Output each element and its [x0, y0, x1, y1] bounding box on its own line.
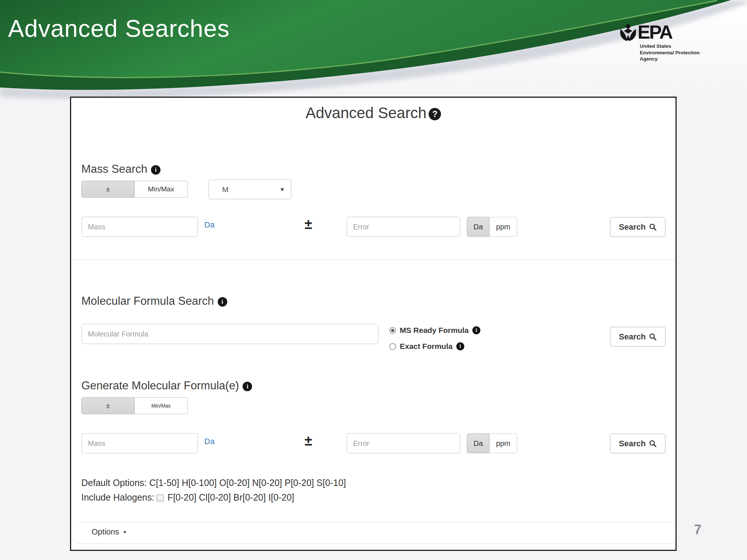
info-icon[interactable]: i: [456, 342, 464, 350]
error-unit-toggle: Da ppm: [467, 217, 517, 237]
help-icon[interactable]: ?: [429, 108, 441, 120]
generate-formula-heading-label: Generate Molecular Formula(e): [81, 379, 239, 392]
mass-input[interactable]: [81, 217, 198, 237]
generate-minmax-toggle-button[interactable]: Min/Max: [135, 397, 188, 414]
info-icon[interactable]: i: [243, 382, 252, 391]
epa-line2: Environmental Protection: [640, 50, 700, 56]
mass-da-unit-label: Da: [204, 220, 214, 230]
epa-logo: EPA United States Environmental Protecti…: [619, 23, 700, 62]
generate-mode-toggle: ± Min/Max: [81, 397, 188, 414]
mass-search-heading: Mass Search i: [81, 163, 160, 176]
slide-page-number: 7: [694, 522, 701, 537]
formula-search-button-label: Search: [619, 332, 646, 342]
generate-error-unit-toggle: Da ppm: [467, 433, 517, 453]
search-icon: [649, 440, 657, 447]
epa-line1: United States: [640, 43, 700, 50]
info-icon[interactable]: i: [472, 326, 480, 334]
advanced-search-panel: Advanced Search ? Mass Search i ± Min/Ma…: [70, 97, 677, 551]
halogens-text: F[0-20] Cl[0-20] Br[0-20] I[0-20]: [167, 492, 294, 502]
generate-pm-toggle-button[interactable]: ±: [81, 397, 135, 414]
epa-acronym: EPA: [638, 23, 672, 41]
chevron-down-icon: ▼: [279, 186, 285, 192]
page-title: Advanced Search: [306, 104, 427, 122]
mass-mode-toggle: ± Min/Max: [81, 181, 188, 198]
chevron-down-icon: ▾: [124, 529, 126, 535]
search-icon: [649, 333, 657, 341]
exact-formula-radio-label: Exact Formula: [400, 342, 453, 351]
mass-minmax-toggle-button[interactable]: Min/Max: [135, 181, 188, 198]
plus-minus-symbol: ±: [305, 217, 312, 232]
formula-search-heading: Molecular Formula Search i: [81, 295, 227, 308]
generate-da-unit-label: Da: [204, 437, 214, 446]
ms-ready-radio-label: MS Ready Formula: [400, 326, 469, 335]
search-icon: [649, 223, 657, 231]
error-input[interactable]: [347, 217, 460, 237]
generate-mass-input[interactable]: [81, 433, 198, 454]
section-divider: [71, 259, 676, 260]
mass-search-heading-label: Mass Search: [81, 163, 147, 176]
options-expander[interactable]: Options ▾: [92, 527, 126, 537]
mass-pm-toggle-button[interactable]: ±: [81, 181, 135, 198]
default-options-text: Default Options: C[1-50] H[0-100] O[0-20…: [81, 478, 346, 488]
generate-search-button[interactable]: Search: [610, 433, 666, 454]
generate-unit-da-button[interactable]: Da: [467, 433, 489, 453]
ms-ready-formula-radio-row[interactable]: MS Ready Formula i: [389, 326, 480, 335]
plus-minus-symbol: ±: [305, 433, 312, 449]
include-halogens-label: Include Halogens:: [81, 492, 154, 502]
formula-search-heading-label: Molecular Formula Search: [81, 295, 214, 308]
mass-type-dropdown[interactable]: M ▼: [208, 179, 291, 199]
slide-title: Advanced Searches: [8, 15, 230, 42]
options-divider-bottom: [77, 543, 676, 544]
info-icon[interactable]: i: [151, 165, 160, 175]
ms-ready-radio[interactable]: [389, 327, 396, 334]
generate-unit-ppm-button[interactable]: ppm: [489, 433, 517, 453]
generate-formula-heading: Generate Molecular Formula(e) i: [81, 379, 252, 392]
mass-type-dropdown-value: M: [222, 185, 229, 194]
formula-search-button[interactable]: Search: [610, 327, 666, 347]
exact-formula-radio-row[interactable]: Exact Formula i: [389, 342, 464, 351]
include-halogens-checkbox[interactable]: [156, 494, 164, 502]
epa-flower-icon: [619, 23, 638, 42]
generate-error-input[interactable]: [347, 433, 460, 454]
epa-line3: Agency: [640, 56, 700, 62]
mass-search-button-label: Search: [619, 222, 646, 232]
molecular-formula-input[interactable]: [81, 324, 379, 344]
info-icon[interactable]: i: [218, 297, 227, 307]
unit-da-button[interactable]: Da: [467, 217, 489, 237]
include-halogens-row: Include Halogens:F[0-20] Cl[0-20] Br[0-2…: [81, 492, 294, 503]
mass-search-button[interactable]: Search: [610, 217, 666, 237]
generate-search-button-label: Search: [619, 439, 646, 448]
options-divider-top: [77, 522, 676, 523]
options-label: Options: [92, 527, 119, 537]
unit-ppm-button[interactable]: ppm: [489, 217, 517, 237]
exact-formula-radio[interactable]: [389, 343, 396, 350]
